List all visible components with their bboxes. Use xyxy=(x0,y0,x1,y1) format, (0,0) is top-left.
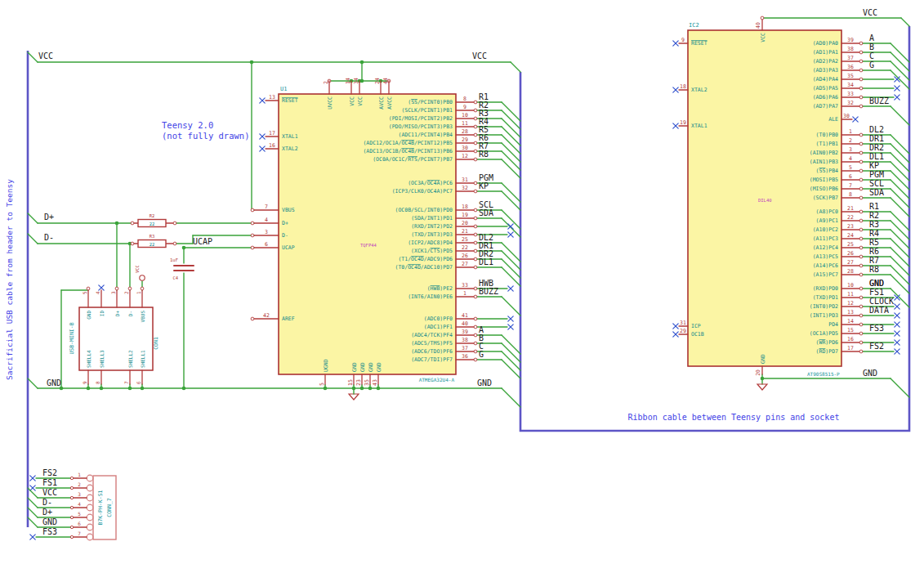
svg-text:GND: GND xyxy=(760,354,766,364)
svg-text:(A13)PC5: (A13)PC5 xyxy=(813,253,838,260)
svg-text:8: 8 xyxy=(463,96,466,102)
svg-text:19: 19 xyxy=(680,119,686,126)
no-connect-icon xyxy=(260,146,265,151)
schematic-canvas[interactable]: R1R2R3R4R5R6R7R8PGMKPSCLSDADL2DR1DR2DL1H… xyxy=(0,0,924,564)
svg-text:D+: D+ xyxy=(114,311,120,317)
svg-text:15: 15 xyxy=(847,327,854,333)
svg-text:DR1: DR1 xyxy=(869,134,884,143)
svg-text:(ADC5/TMS)PF5: (ADC5/TMS)PF5 xyxy=(411,340,453,347)
svg-text:R4: R4 xyxy=(869,229,879,238)
svg-text:29: 29 xyxy=(462,137,468,143)
pin-end-circle xyxy=(859,255,863,258)
pin-end-circle xyxy=(70,477,73,479)
svg-text:(A10)PC2: (A10)PC2 xyxy=(813,226,838,233)
svg-text:D-: D- xyxy=(127,311,133,316)
u1-symbol[interactable]: U1ATMEGA32U4-ATQFP4413RESET17XTAL116XTAL… xyxy=(251,78,477,388)
r3-resistor[interactable]: R322 xyxy=(131,234,176,248)
pin-end-circle xyxy=(859,105,863,108)
svg-text:32: 32 xyxy=(462,185,468,191)
ground-symbol xyxy=(349,394,359,400)
svg-text:2: 2 xyxy=(323,81,329,84)
svg-text:3: 3 xyxy=(110,291,116,294)
svg-text:(OC3A/OC4A)PC6: (OC3A/OC4A)PC6 xyxy=(408,180,453,186)
svg-text:(AD3)PA3: (AD3)PA3 xyxy=(813,67,838,74)
svg-text:VCC: VCC xyxy=(38,51,53,60)
svg-text:UCAP: UCAP xyxy=(282,244,295,251)
svg-text:18: 18 xyxy=(462,204,468,210)
conn1-symbol[interactable]: USB-MINI-BCON15GND4ID3D+2D-1VBUS9SHELL48… xyxy=(69,285,159,384)
svg-text:UGND: UGND xyxy=(323,359,329,372)
junction-dot xyxy=(182,387,186,391)
svg-text:37: 37 xyxy=(847,55,854,61)
svg-text:R7: R7 xyxy=(869,256,879,265)
svg-text:VCC: VCC xyxy=(42,488,57,497)
svg-text:40: 40 xyxy=(462,320,468,327)
svg-text:(ADC11/PCINT4)PB4: (ADC11/PCINT4)PB4 xyxy=(398,132,453,138)
svg-text:SHELL3: SHELL3 xyxy=(99,350,105,368)
svg-text:3: 3 xyxy=(849,146,852,153)
svg-text:4: 4 xyxy=(78,501,81,507)
svg-text:RESET: RESET xyxy=(691,40,708,47)
pin-end-circle xyxy=(474,208,477,212)
svg-text:(SS/PCINT0)PB0: (SS/PCINT0)PB0 xyxy=(408,99,453,105)
pin-end-circle xyxy=(859,273,863,276)
svg-text:29: 29 xyxy=(680,328,686,334)
svg-text:(ADC6/TDO)PF6: (ADC6/TDO)PF6 xyxy=(411,348,453,355)
pin-end-circle xyxy=(474,350,477,353)
pin-end-circle xyxy=(859,42,863,45)
svg-text:SHELL1: SHELL1 xyxy=(140,350,145,368)
pin-end-circle xyxy=(251,234,254,237)
pin-end-circle xyxy=(859,60,863,63)
r2-resistor[interactable]: R222 xyxy=(131,213,176,227)
svg-text:31: 31 xyxy=(462,177,468,183)
pin-end-circle xyxy=(474,249,477,253)
svg-text:16: 16 xyxy=(269,142,275,149)
pin-end-circle xyxy=(474,233,477,236)
pin-end-circle xyxy=(251,246,254,249)
ic2-symbol[interactable]: IC2AT90S8515-PDIL409RESET18XTAL219XTAL13… xyxy=(673,16,863,377)
svg-text:(AD7)PA7: (AD7)PA7 xyxy=(813,103,838,110)
svg-text:(SS)PB4: (SS)PB4 xyxy=(816,168,838,174)
no-connect-icon xyxy=(673,41,678,46)
junction-dot xyxy=(182,246,186,250)
svg-text:GND: GND xyxy=(47,378,61,387)
svg-text:R1: R1 xyxy=(869,202,879,211)
svg-text:XTAL1: XTAL1 xyxy=(691,123,708,129)
c4-capacitor[interactable]: 1uFC4 xyxy=(170,257,194,280)
svg-text:28: 28 xyxy=(847,268,854,275)
svg-text:AVCC: AVCC xyxy=(378,96,385,110)
svg-text:GND: GND xyxy=(359,362,366,372)
svg-text:24: 24 xyxy=(374,78,381,84)
no-connect-icon xyxy=(508,232,513,237)
pin-end-circle xyxy=(859,210,863,213)
svg-text:CON1: CON1 xyxy=(153,337,159,350)
pin-end-circle xyxy=(859,314,863,317)
svg-text:1: 1 xyxy=(463,290,466,297)
svg-text:28: 28 xyxy=(462,128,468,135)
junction-dot xyxy=(115,222,119,226)
pin-end-circle xyxy=(859,287,863,290)
svg-text:SDA: SDA xyxy=(869,188,884,197)
pin-end-circle xyxy=(474,287,477,290)
no-connect-icon xyxy=(30,476,35,481)
conn7-symbol[interactable]: B7K-PH-K-S1CONN_71234567 xyxy=(70,472,116,540)
pin-end-circle xyxy=(859,246,863,249)
svg-text:41: 41 xyxy=(462,312,468,319)
svg-text:4: 4 xyxy=(95,291,100,294)
svg-text:35: 35 xyxy=(847,73,854,79)
svg-text:38: 38 xyxy=(462,337,468,343)
svg-text:(INT1)PD3: (INT1)PD3 xyxy=(810,312,838,319)
svg-text:UVCC: UVCC xyxy=(327,96,333,110)
svg-text:ICP: ICP xyxy=(691,323,701,329)
svg-text:(ICP3/CLK0/OC4A)PC7: (ICP3/CLK0/OC4A)PC7 xyxy=(392,188,453,195)
pin-end-circle xyxy=(474,117,477,120)
pin-end-circle xyxy=(141,287,144,290)
svg-text:(AD1)PA1: (AD1)PA1 xyxy=(813,49,838,56)
svg-text:IC2: IC2 xyxy=(689,22,699,29)
no-connect-icon xyxy=(895,86,899,91)
svg-text:(ADC1)PF1: (ADC1)PF1 xyxy=(424,324,453,330)
svg-text:XTAL1: XTAL1 xyxy=(282,133,298,140)
svg-text:(RD)PD7: (RD)PD7 xyxy=(816,348,838,355)
svg-text:FS2: FS2 xyxy=(42,468,57,477)
svg-text:(ICP2/ADC8)PD4: (ICP2/ADC8)PD4 xyxy=(408,239,453,246)
